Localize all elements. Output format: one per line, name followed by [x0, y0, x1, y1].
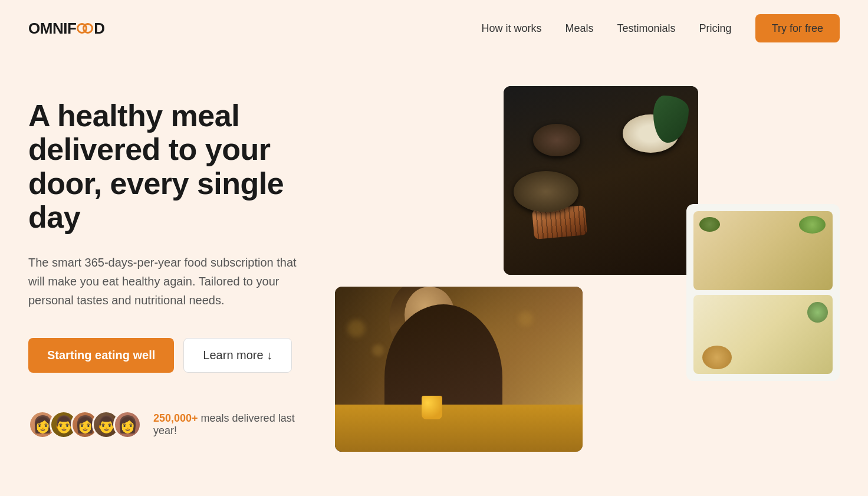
- hero-images: [335, 86, 840, 452]
- nav-link-meals[interactable]: Meals: [565, 22, 594, 34]
- avatar-5: [113, 410, 142, 439]
- nav-item-cta[interactable]: Try for free: [755, 22, 840, 35]
- container-top-graphic: [693, 211, 833, 290]
- hero-description: The smart 365-days-per-year food subscri…: [28, 253, 311, 310]
- bokeh-1: [347, 320, 365, 337]
- herbs-graphic: [653, 96, 689, 143]
- hero-image-woman: [335, 287, 583, 452]
- social-proof-text: 250,000+ meals delivered last year!: [153, 412, 311, 437]
- containers-scene-graphic: [686, 204, 840, 381]
- nav-item-pricing[interactable]: Pricing: [699, 22, 732, 35]
- nav-item-how-it-works[interactable]: How it works: [482, 22, 542, 35]
- nav-item-meals[interactable]: Meals: [565, 22, 594, 35]
- grill-lines-graphic: [531, 205, 587, 239]
- logo-text-right: D: [94, 19, 104, 38]
- hero-content: A healthy meal delivered to your door, e…: [28, 99, 335, 439]
- bokeh-2: [372, 344, 384, 356]
- nav-item-testimonials[interactable]: Testimonials: [617, 22, 676, 35]
- social-proof-count: 250,000+: [153, 412, 198, 424]
- table-surface-graphic: [335, 405, 583, 452]
- dark-scene-graphic: [504, 86, 698, 275]
- logo-text-left: OMNIF: [28, 19, 76, 38]
- nav-links: How it works Meals Testimonials Pricing …: [482, 22, 840, 35]
- logo-circle-right: [83, 23, 93, 34]
- hero-title: A healthy meal delivered to your door, e…: [28, 99, 311, 234]
- nav-link-pricing[interactable]: Pricing: [699, 22, 732, 34]
- logo-icon: [76, 22, 94, 35]
- nav-link-how-it-works[interactable]: How it works: [482, 22, 542, 34]
- hero-buttons: Starting eating well Learn more ↓: [28, 338, 311, 373]
- nav-link-testimonials[interactable]: Testimonials: [617, 22, 676, 34]
- cup-graphic: [422, 396, 442, 419]
- logo[interactable]: OMNIF D: [28, 19, 105, 38]
- hero-image-bowls: [504, 86, 698, 275]
- navbar: OMNIF D How it works Meals Testimonials …: [0, 0, 868, 57]
- avatar-group: [28, 410, 142, 439]
- hero-image-containers: [686, 204, 840, 381]
- hero-cta-secondary[interactable]: Learn more ↓: [183, 338, 292, 373]
- hero-cta-primary[interactable]: Starting eating well: [28, 338, 174, 373]
- container-bottom-graphic: [693, 295, 833, 374]
- hero-social-proof: 250,000+ meals delivered last year!: [28, 410, 311, 439]
- woman-scene-graphic: [335, 287, 583, 452]
- nav-cta-button[interactable]: Try for free: [755, 14, 840, 42]
- bokeh-3: [518, 311, 533, 326]
- grill-item-graphic: [531, 205, 587, 239]
- hero-section: A healthy meal delivered to your door, e…: [0, 57, 868, 493]
